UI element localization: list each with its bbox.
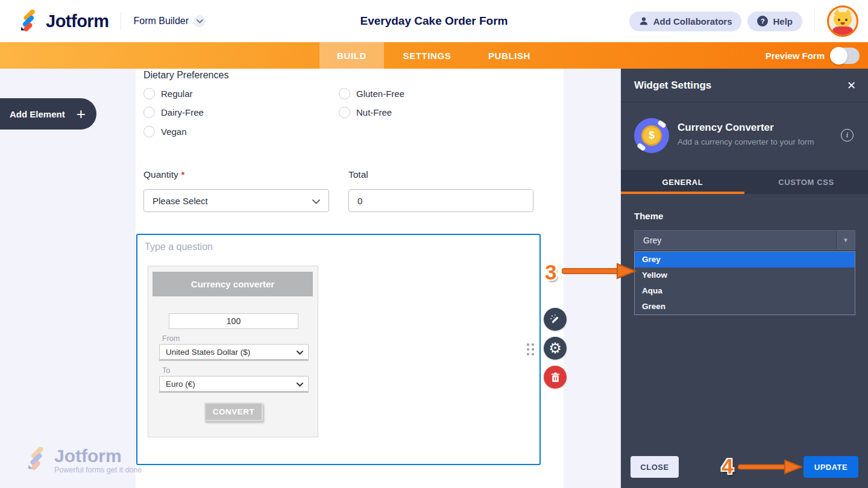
dropdown-arrow-icon: ▼	[836, 231, 855, 249]
add-collaborators-button[interactable]: Add Collaborators	[629, 11, 742, 31]
close-button[interactable]: CLOSE	[631, 456, 679, 478]
tab-build[interactable]: BUILD	[319, 42, 384, 69]
form-builder-menu[interactable]: Form Builder	[133, 16, 189, 27]
watermark-tagline: Powerful forms get it done	[54, 466, 142, 474]
theme-option-green[interactable]: Green	[635, 299, 855, 314]
currency-converter-icon: $	[634, 118, 669, 153]
to-label: To	[162, 366, 170, 375]
update-button[interactable]: UPDATE	[804, 456, 858, 478]
drag-handle[interactable]	[527, 343, 536, 359]
jotform-logo[interactable]: Jotform	[17, 10, 108, 33]
widget-info: $ Currency Converter Add a currency conv…	[621, 102, 868, 170]
theme-option-aqua[interactable]: Aqua	[635, 283, 855, 299]
workspace: Add Element + Dietary Preferences Regula…	[0, 69, 868, 488]
amount-input[interactable]: 100	[169, 313, 298, 329]
radio-icon	[339, 107, 350, 118]
theme-option-yellow[interactable]: Yellow	[635, 267, 855, 283]
preview-form-label: Preview Form	[766, 51, 825, 61]
avatar-body	[832, 27, 854, 36]
preview-form-toggle[interactable]	[831, 48, 860, 64]
help-button[interactable]: ? Help	[747, 11, 802, 31]
avatar-eye-left	[838, 19, 840, 21]
from-label: From	[162, 334, 180, 343]
quantity-select[interactable]: Please Select	[143, 189, 329, 212]
annotation-step-3: 3	[545, 260, 556, 284]
help-label: Help	[773, 16, 793, 27]
add-element-label: Add Element	[10, 109, 65, 119]
delete-question-button[interactable]	[544, 366, 567, 389]
info-icon[interactable]: i	[841, 129, 854, 142]
page-title: Everyday Cake Order Form	[360, 14, 508, 28]
person-icon	[639, 16, 649, 26]
radio-label-nut-free: Nut-Free	[356, 107, 392, 117]
convert-button[interactable]: CONVERT	[204, 402, 263, 421]
radio-nut-free[interactable]: Nut-Free	[339, 107, 392, 118]
from-currency-value: United States Dollar ($)	[166, 348, 250, 357]
radio-icon	[143, 126, 155, 137]
tab-settings[interactable]: SETTINGS	[384, 42, 470, 69]
form-builder-dropdown[interactable]	[193, 15, 206, 27]
quantity-select-value: Please Select	[153, 196, 208, 206]
quantity-label: Quantity*	[143, 169, 184, 180]
close-icon[interactable]: ✕	[847, 79, 856, 92]
gear-icon: ⚙	[549, 341, 562, 355]
radio-icon	[339, 88, 350, 99]
question-text-input[interactable]: Type a question	[145, 242, 213, 252]
chevron-down-icon	[297, 348, 303, 357]
panel-title: Widget Settings	[634, 80, 711, 92]
required-asterisk: *	[181, 170, 184, 180]
user-avatar[interactable]	[827, 5, 858, 37]
tab-publish[interactable]: PUBLISH	[470, 42, 549, 69]
toggle-knob	[830, 47, 848, 64]
radio-icon	[143, 88, 155, 99]
header-divider-2	[814, 10, 815, 33]
main-navbar: BUILD SETTINGS PUBLISH Preview Form	[0, 42, 868, 69]
theme-option-grey[interactable]: Grey	[635, 252, 855, 267]
total-label: Total	[348, 169, 368, 180]
theme-label: Theme	[634, 211, 663, 221]
total-input-value: 0	[357, 196, 362, 206]
radio-gluten-free[interactable]: Gluten-Free	[339, 88, 404, 99]
question-icon: ?	[757, 16, 768, 27]
widget-preview-title: Currency converter	[153, 272, 313, 296]
theme-options-list: Grey Yellow Aqua Green	[634, 251, 855, 315]
from-currency-select[interactable]: United States Dollar ($)	[159, 344, 309, 361]
add-element-button[interactable]: Add Element +	[0, 98, 96, 130]
currency-converter-widget-preview: Currency converter 100 From United State…	[148, 266, 318, 437]
radio-label-gluten-free: Gluten-Free	[356, 89, 404, 99]
nav-tabs: BUILD SETTINGS PUBLISH	[319, 42, 549, 69]
wizard-button[interactable]	[544, 308, 567, 331]
panel-header: Widget Settings ✕	[621, 69, 868, 102]
chevron-down-icon	[297, 380, 303, 389]
top-header: Jotform Form Builder Everyday Cake Order…	[0, 0, 868, 42]
jotform-watermark-icon	[24, 447, 48, 471]
logo-wordmark: Jotform	[46, 11, 108, 31]
avatar-face	[834, 12, 852, 27]
tab-general[interactable]: GENERAL	[621, 170, 744, 194]
annotation-arrow-4	[738, 459, 803, 475]
total-input[interactable]: 0	[348, 189, 533, 212]
quantity-label-text: Quantity	[143, 169, 178, 180]
radio-regular[interactable]: Regular	[143, 88, 193, 99]
widget-settings-button[interactable]: ⚙	[544, 337, 567, 360]
trash-icon	[551, 372, 560, 383]
to-currency-select[interactable]: Euro (€)	[159, 376, 309, 393]
chevron-down-icon	[312, 196, 320, 206]
annotation-arrow-3	[562, 263, 637, 280]
tab-custom-css[interactable]: CUSTOM CSS	[744, 170, 868, 194]
magic-wand-icon	[550, 314, 561, 325]
theme-select-value: Grey	[635, 236, 661, 245]
radio-label-dairy-free: Dairy-Free	[161, 107, 204, 117]
radio-dairy-free[interactable]: Dairy-Free	[143, 107, 204, 118]
radio-vegan[interactable]: Vegan	[143, 126, 187, 137]
radio-label-regular: Regular	[161, 89, 193, 99]
theme-select[interactable]: Grey ▼	[634, 230, 855, 250]
panel-tabs: GENERAL CUSTOM CSS	[621, 170, 868, 194]
watermark-name: Jotform	[54, 447, 142, 465]
add-collaborators-label: Add Collaborators	[653, 16, 732, 27]
widget-name: Currency Converter	[678, 122, 774, 134]
jotform-logo-icon	[17, 10, 40, 33]
radio-label-vegan: Vegan	[161, 127, 187, 137]
widget-description: Add a currency converter to your form	[678, 137, 814, 146]
avatar-mouth	[841, 22, 845, 25]
